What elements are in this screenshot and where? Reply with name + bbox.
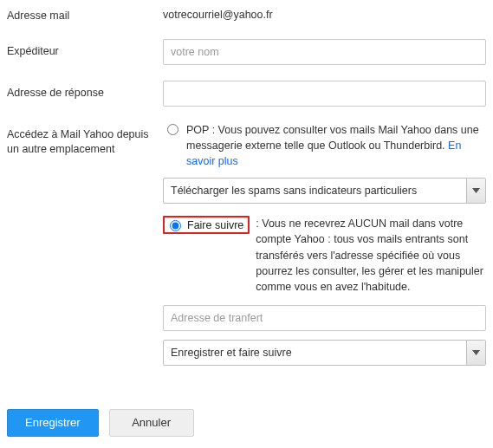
pop-desc: Vous pouvez consulter vos mails Mail Yah… [186,124,479,152]
pop-head: POP : [186,124,215,136]
pop-select[interactable]: Télécharger les spams sans indicateurs p… [163,178,486,204]
button-row: Enregistrer Annuler [0,402,493,444]
forward-head: Faire suivre [187,219,243,231]
label-reply: Adresse de réponse [7,81,163,101]
chevron-down-icon [466,179,485,203]
radio-forward[interactable] [170,220,181,231]
forward-text: : Vous ne recevrez AUCUN mail dans votre… [256,216,486,295]
forward-select-value: Enregistrer et faire suivre [164,347,466,359]
forward-select[interactable]: Enregistrer et faire suivre [163,340,486,366]
forward-highlight: Faire suivre [163,216,250,234]
label-sender: Expéditeur [7,39,163,59]
pop-text: POP : Vous pouvez consulter vos mails Ma… [186,122,486,169]
sender-input[interactable] [163,39,486,65]
pop-select-value: Télécharger les spams sans indicateurs p… [164,185,466,197]
chevron-down-icon [466,341,485,365]
row-access: Accédez à Mail Yahoo depuis un autre emp… [7,122,486,378]
option-forward: Faire suivre : Vous ne recevrez AUCUN ma… [163,216,486,366]
label-email: Adresse mail [7,3,163,23]
radio-pop[interactable] [167,124,178,135]
reply-input[interactable] [163,81,486,107]
forward-address-input[interactable] [163,305,486,331]
value-email: votrecourriel@yahoo.fr [163,3,486,21]
option-pop: POP : Vous pouvez consulter vos mails Ma… [163,122,486,204]
row-sender: Expéditeur [7,39,486,65]
row-email: Adresse mail votrecourriel@yahoo.fr [7,3,486,23]
cancel-button[interactable]: Annuler [109,409,194,437]
settings-form: Adresse mail votrecourriel@yahoo.fr Expé… [0,0,493,385]
forward-desc: Vous ne recevrez AUCUN mail dans votre c… [256,218,483,293]
save-button[interactable]: Enregistrer [7,409,99,437]
row-reply: Adresse de réponse [7,81,486,107]
label-access: Accédez à Mail Yahoo depuis un autre emp… [7,122,163,157]
